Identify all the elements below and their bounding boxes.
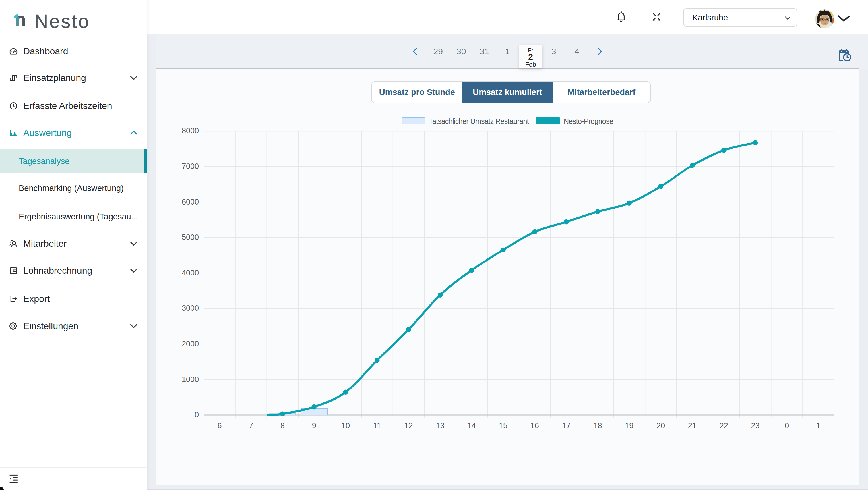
svg-text:13: 13 (436, 421, 445, 430)
svg-text:0: 0 (195, 410, 199, 419)
svg-text:23: 23 (751, 421, 760, 430)
svg-text:11: 11 (373, 421, 381, 430)
svg-text:0: 0 (785, 421, 789, 430)
svg-text:12: 12 (404, 421, 413, 430)
svg-text:1: 1 (816, 421, 820, 430)
svg-text:22: 22 (720, 421, 728, 430)
svg-text:17: 17 (562, 421, 570, 430)
svg-text:21: 21 (688, 421, 696, 430)
svg-text:10: 10 (341, 421, 350, 430)
svg-text:1000: 1000 (182, 375, 199, 384)
svg-text:8: 8 (280, 421, 285, 430)
svg-text:7: 7 (249, 421, 253, 430)
svg-text:14: 14 (467, 421, 476, 430)
svg-text:2000: 2000 (182, 340, 199, 348)
svg-text:6000: 6000 (182, 198, 199, 206)
svg-text:16: 16 (530, 421, 539, 430)
svg-text:19: 19 (625, 421, 633, 430)
svg-text:7000: 7000 (182, 162, 199, 171)
svg-text:18: 18 (593, 421, 602, 430)
svg-text:8000: 8000 (182, 126, 199, 135)
svg-text:15: 15 (499, 421, 507, 430)
svg-text:20: 20 (656, 421, 665, 430)
svg-text:3000: 3000 (182, 304, 199, 313)
svg-text:6: 6 (217, 421, 222, 430)
svg-text:4000: 4000 (182, 268, 199, 277)
svg-text:9: 9 (312, 421, 316, 430)
svg-text:5000: 5000 (182, 233, 199, 241)
